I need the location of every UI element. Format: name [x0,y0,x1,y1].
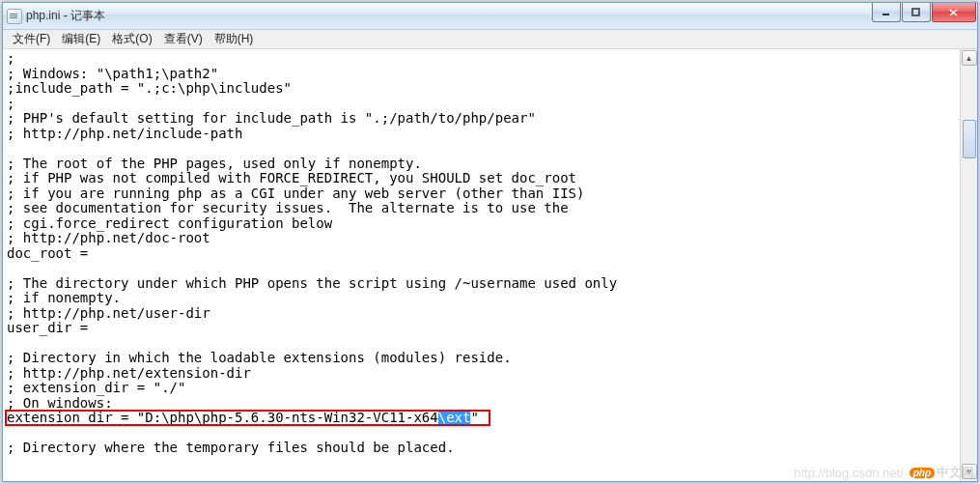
svg-rect-1 [912,9,919,15]
window-controls [872,3,977,22]
minimize-icon [882,8,891,17]
notepad-window: php.ini - 记事本 文件(F) 编辑(E) 格式(O) 查看(V) 帮助… [2,2,978,482]
maximize-icon [911,8,921,17]
watermark-php-icon: php [910,468,935,478]
content-area: ; ; Windows: "\path1;\path2" ;include_pa… [3,49,977,481]
minimize-button[interactable] [872,3,901,22]
vertical-scrollbar[interactable]: ▲ ▼ [960,49,977,481]
text-editor[interactable]: ; ; Windows: "\path1;\path2" ;include_pa… [3,49,960,481]
notepad-icon [7,9,22,24]
maximize-button[interactable] [902,3,931,22]
menu-help[interactable]: 帮助(H) [209,30,260,48]
close-button[interactable] [932,3,976,22]
scroll-up-button[interactable]: ▲ [962,50,977,66]
watermark: http://blog.csdn.net/ php 中文网 [794,464,974,481]
close-icon [948,8,960,17]
menu-file[interactable]: 文件(F) [7,30,56,48]
scroll-thumb[interactable] [963,120,976,158]
menu-edit[interactable]: 编辑(E) [56,30,106,48]
menubar: 文件(F) 编辑(E) 格式(O) 查看(V) 帮助(H) [3,30,977,49]
menu-view[interactable]: 查看(V) [158,30,209,48]
menu-format[interactable]: 格式(O) [106,30,157,48]
watermark-cn: 中文网 [937,464,974,481]
watermark-badge: php 中文网 [910,464,974,481]
window-title: php.ini - 记事本 [26,8,105,24]
watermark-url: http://blog.csdn.net/ [794,466,903,480]
titlebar[interactable]: php.ini - 记事本 [3,3,977,30]
